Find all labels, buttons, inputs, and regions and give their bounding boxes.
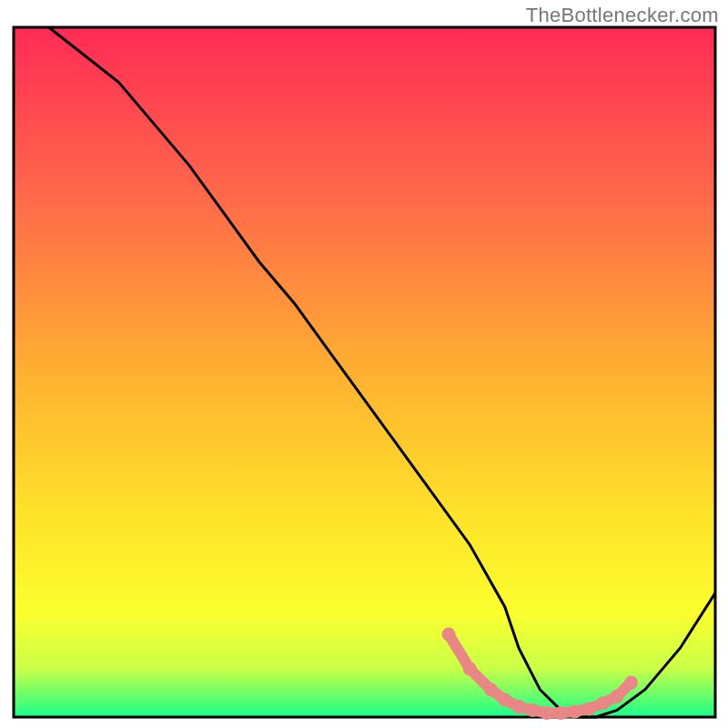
highlight-dot <box>484 682 498 696</box>
highlight-dot <box>541 706 554 720</box>
bottleneck-chart <box>0 0 728 728</box>
highlight-dot <box>611 690 624 703</box>
highlight-dot <box>568 704 581 718</box>
highlight-dot <box>526 703 540 717</box>
attribution-label: TheBottlenecker.com <box>526 4 719 27</box>
highlight-dot <box>596 696 610 710</box>
highlight-dot <box>463 662 477 675</box>
highlight-dot <box>498 693 511 707</box>
highlight-dot <box>582 702 596 715</box>
plot-background <box>14 27 715 717</box>
highlight-dot <box>442 628 456 642</box>
highlight-dot <box>624 676 638 690</box>
chart-frame: TheBottlenecker.com <box>0 0 728 728</box>
highlight-dot <box>512 700 526 713</box>
highlight-dot <box>554 706 568 720</box>
